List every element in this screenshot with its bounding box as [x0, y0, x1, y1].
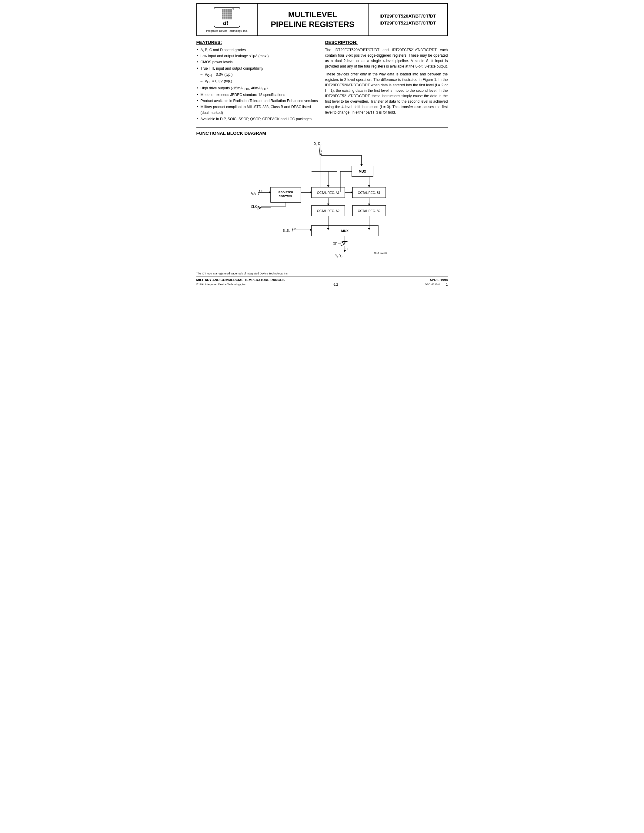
svg-line-16 — [319, 146, 320, 155]
svg-text:OCTAL REG. B1: OCTAL REG. B1 — [357, 191, 380, 195]
feature-item: True TTL input and output compatibility — [196, 66, 319, 71]
company-logo: dt ® Integrated Device Technology, Inc. — [197, 4, 258, 35]
svg-text:REGISTER: REGISTER — [278, 191, 293, 194]
svg-rect-1 — [222, 9, 232, 19]
description-p1: The IDT29FCT520AT/BT/CT/DT and IDT29FCT5… — [325, 47, 448, 69]
description-section: DESCRIPTION: The IDT29FCT520AT/BT/CT/DT … — [325, 40, 448, 122]
feature-item: A, B, C and D speed grades — [196, 47, 319, 53]
svg-text:CONTROL: CONTROL — [279, 195, 293, 198]
features-list: A, B, C and D speed grades Low input and… — [196, 47, 319, 122]
svg-text:OE: OE — [333, 242, 337, 246]
svg-marker-42 — [351, 191, 353, 193]
trademark-text: The IDT logo is a registered trademark o… — [196, 272, 448, 275]
svg-text:8: 8 — [347, 248, 348, 251]
svg-text:MUX: MUX — [359, 170, 366, 173]
part-number-text: IDT29FCT520AT/BT/CT/DT IDT29FCT521AT/BT/… — [380, 13, 436, 26]
svg-marker-54 — [368, 185, 370, 187]
diagram-section: FUNCTIONAL BLOCK DIAGRAM D0-D7 8 MUX I — [196, 127, 448, 267]
svg-text:2619 drw 01: 2619 drw 01 — [374, 252, 387, 254]
footer-page-number: 6.2 — [333, 283, 338, 286]
svg-marker-50 — [368, 204, 370, 205]
product-title: MULTILEVEL PIPELINE REGISTERS — [258, 4, 369, 35]
svg-marker-85 — [344, 250, 346, 252]
svg-marker-62 — [327, 185, 329, 187]
svg-marker-71 — [327, 228, 329, 230]
svg-marker-73 — [368, 228, 370, 230]
military-label: MILITARY AND COMMERCIAL TEMPERATURE RANG… — [196, 278, 285, 282]
diagram-title: FUNCTIONAL BLOCK DIAGRAM — [196, 130, 448, 136]
svg-marker-21 — [360, 164, 363, 166]
feature-item: Product available in Radiation Tolerant … — [196, 98, 319, 104]
feature-item: Military product compliant to MIL-STD-88… — [196, 104, 319, 116]
feature-sub-item: VOL = 0.3V (typ.) — [196, 79, 319, 85]
svg-text:OCTAL REG. A2: OCTAL REG. A2 — [317, 209, 340, 213]
svg-marker-46 — [327, 204, 329, 205]
block-diagram-svg: D0-D7 8 MUX I0,I1 2 — [234, 140, 410, 267]
feature-item: Available in DIP, SOIC, SSOP, QSOP, CERP… — [196, 116, 319, 122]
footer-copyright: ©1994 Integrated Device Technology, Inc. — [196, 283, 247, 286]
idt-logo-graphic: dt ® — [213, 6, 241, 28]
svg-text:OCTAL REG. B2: OCTAL REG. B2 — [357, 209, 380, 213]
footer-bar: ©1994 Integrated Device Technology, Inc.… — [196, 283, 448, 286]
svg-text:®: ® — [232, 8, 234, 10]
feature-sub-item: VOH = 3.3V (typ.) — [196, 72, 319, 78]
description-title: DESCRIPTION: — [325, 40, 448, 45]
footer-bottom: MILITARY AND COMMERCIAL TEMPERATURE RANG… — [196, 277, 448, 282]
svg-text:CLK: CLK — [251, 205, 257, 208]
company-name: Integrated Device Technology, Inc. — [206, 29, 248, 32]
page-header: dt ® Integrated Device Technology, Inc. … — [196, 3, 448, 36]
footer-doc-number: DSC-4215/4 — [425, 283, 440, 286]
feature-item: Meets or exceeds JEDEC standard 18 speci… — [196, 92, 319, 98]
svg-marker-29 — [269, 191, 270, 193]
main-content: FEATURES: A, B, C and D speed grades Low… — [196, 40, 448, 122]
feature-item: CMOS power levels — [196, 60, 319, 65]
svg-text:MUX: MUX — [341, 229, 349, 233]
svg-marker-34 — [310, 191, 312, 193]
svg-text:OCTAL REG. A1: OCTAL REG. A1 — [317, 191, 340, 195]
svg-text:Y0-Y7: Y0-Y7 — [335, 254, 343, 258]
feature-item: High drive outputs (-15mA IOH, 48mA IOL) — [196, 85, 319, 92]
svg-text:I0,I1: I0,I1 — [251, 191, 256, 195]
diagram-container: D0-D7 8 MUX I0,I1 2 — [196, 140, 448, 267]
footer-date: APRIL 1994 — [430, 278, 448, 282]
footer: The IDT logo is a registered trademark o… — [196, 272, 448, 286]
product-title-text: MULTILEVEL PIPELINE REGISTERS — [271, 10, 354, 29]
features-title: FEATURES: — [196, 40, 319, 45]
description-p2: These devices differ only in the way dat… — [325, 71, 448, 115]
features-section: FEATURES: A, B, C and D speed grades Low… — [196, 40, 319, 122]
svg-marker-69 — [310, 229, 312, 231]
part-numbers: IDT29FCT520AT/BT/CT/DT IDT29FCT521AT/BT/… — [369, 4, 447, 35]
svg-text:S0,S1: S0,S1 — [283, 229, 290, 233]
description-text: The IDT29FCT520AT/BT/CT/DT and IDT29FCT5… — [325, 47, 448, 115]
svg-text:dt: dt — [223, 20, 229, 26]
feature-item: Low input and output leakage ≤1μA (max.) — [196, 53, 319, 59]
footer-page-index: 1 — [446, 283, 448, 286]
svg-text:D0-D7: D0-D7 — [314, 142, 322, 146]
